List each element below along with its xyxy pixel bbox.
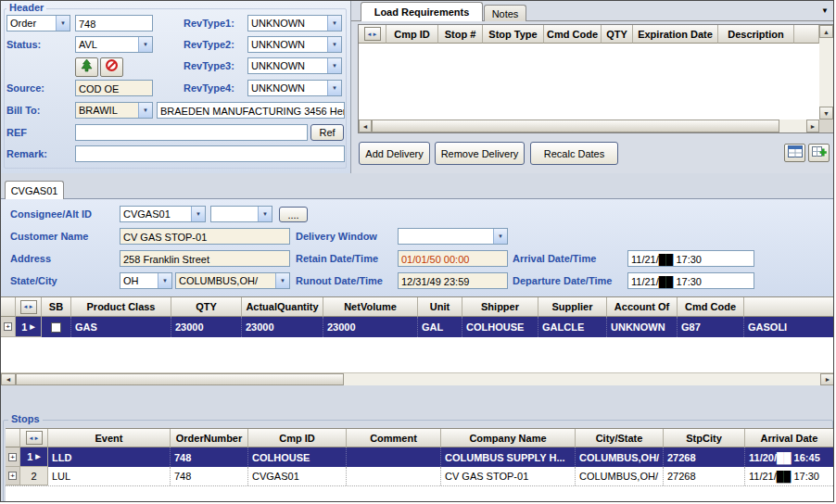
tab-list-button[interactable]: ▼ [821,6,829,15]
city-combo[interactable]: COLUMBUS,OH/ ▼ [175,272,290,289]
cell-actual-quantity[interactable]: 23000 [242,317,323,337]
cell-comment[interactable] [347,447,441,467]
tab-load-requirements[interactable]: Load Requirements [361,2,483,21]
recalc-dates-button[interactable]: Recalc Dates [530,142,618,165]
scroll-right-button[interactable]: ► [806,120,819,132]
cell-cmp-id[interactable]: COLHOUSE [248,447,347,467]
col-stp-city[interactable]: StpCity [664,429,745,447]
add-delivery-button[interactable]: Add Delivery [359,142,430,165]
col-qty[interactable]: QTY [602,25,633,44]
cell-stp-city[interactable]: 27268 [664,467,745,485]
cell-city-state[interactable]: COLUMBUS,OH/ [576,467,664,485]
delivery-window-combo[interactable]: ▼ [398,228,508,245]
tab-consignee[interactable]: CVGAS01 [5,181,64,199]
scroll-thumb[interactable] [16,373,344,385]
stops-row-1[interactable]: + 1 ▶ LLD 748 COLHOUSE COLUMBUS SUPPLY H… [6,447,833,467]
scroll-right-button[interactable]: ► [820,373,834,385]
load-requirements-hscrollbar[interactable]: ◄ ► [359,120,819,132]
scroll-left-button[interactable]: ◄ [1,373,16,385]
sb-checkbox[interactable] [51,322,61,333]
status-combo[interactable]: AVL ▼ [75,36,153,53]
row-expander-cell[interactable]: + [6,447,20,467]
scroll-left-button[interactable]: ◄ [359,120,372,132]
order-number-input[interactable]: 748 [75,15,153,32]
col-order-number[interactable]: OrderNumber [171,429,248,447]
col-comment[interactable]: Comment [347,429,441,447]
cell-event[interactable]: LUL [48,467,171,485]
tab-notes[interactable]: Notes [484,5,526,21]
departure-date-field[interactable]: 11/21/██ 17:30 [627,272,754,289]
col-cmp-id[interactable]: Cmp ID [386,25,438,44]
col-supplier[interactable]: Supplier [538,297,607,317]
col-cmp-id[interactable]: Cmp ID [248,429,347,447]
add-row-button[interactable] [808,144,830,162]
row-number-cell[interactable]: 2 [20,467,48,485]
expand-icon[interactable]: + [8,472,17,480]
revtype1-combo[interactable]: UNKNOWN ▼ [247,15,342,32]
revtype2-combo[interactable]: UNKNOWN ▼ [247,36,342,53]
cell-comment[interactable] [347,467,441,485]
col-arrival-date[interactable]: Arrival Date [745,429,833,447]
col-expiration-date[interactable]: Expiration Date [633,25,718,44]
cell-order-number[interactable]: 748 [171,467,248,485]
col-actual-quantity[interactable]: ActualQuantity [242,297,323,317]
expand-icon[interactable]: + [4,322,12,331]
stops-field-chooser-button[interactable]: ◄► [20,429,48,447]
scroll-up-button[interactable]: ▲ [819,25,833,38]
col-unit[interactable]: Unit [418,297,462,317]
billto-name-field[interactable]: BRAEDEN MANUFACTURING 3456 Her [157,102,345,119]
col-shipper[interactable]: Shipper [462,297,538,317]
cell-cmd-code[interactable]: G87 [678,317,744,337]
cell-stp-city[interactable]: 27268 [664,447,745,467]
tree-view-button[interactable] [75,57,98,77]
col-cmd-code[interactable]: Cmd Code [678,297,744,317]
grid-view-button[interactable] [784,144,805,162]
cancel-order-button[interactable] [100,57,123,77]
cell-arrival-date[interactable]: 11/20/██ 16:45 [745,447,833,467]
sb-checkbox-cell[interactable] [42,317,71,337]
cell-arrival-date[interactable]: 11/21/██ 17:30 [745,467,833,485]
ref-button[interactable]: Ref [310,124,344,141]
cell-order-number[interactable]: 748 [171,447,248,467]
col-city-state[interactable]: City/State [576,429,664,447]
products-grid-body[interactable] [1,337,834,372]
cell-extra[interactable]: GASOLI [744,317,834,337]
field-chooser-button[interactable]: ◄► [359,25,386,44]
billto-combo[interactable]: BRAWIL ▼ [75,102,153,119]
remove-delivery-button[interactable]: Remove Delivery [435,142,525,165]
cell-qty[interactable]: 23000 [171,317,242,337]
col-product-class[interactable]: Product Class [71,297,171,317]
cell-shipper[interactable]: COLHOUSE [462,317,538,337]
cell-event[interactable]: LLD [48,447,171,467]
stops-grid-body[interactable] [6,486,833,502]
col-cmd-code[interactable]: Cmd Code [544,25,602,44]
lookup-button[interactable]: .... [279,207,308,222]
expand-icon[interactable]: + [8,453,17,461]
products-field-chooser-button[interactable]: ◄► [16,297,42,317]
arrival-date-field[interactable]: 11/21/██ 17:30 [627,250,754,267]
load-requirements-grid-body[interactable] [359,44,819,120]
col-company-name[interactable]: Company Name [441,429,576,447]
col-net-volume[interactable]: NetVolume [323,297,418,317]
cell-cmp-id[interactable]: CVGAS01 [248,467,347,485]
ref-input[interactable] [75,124,308,141]
row-expander-cell[interactable]: + [1,317,16,337]
col-event[interactable]: Event [48,429,171,447]
cell-city-state[interactable]: COLUMBUS,OH/ [576,447,664,467]
col-account-of[interactable]: Account Of [607,297,678,317]
cell-company-name[interactable]: COLUMBUS SUPPLY H... [441,447,576,467]
row-number-cell[interactable]: 1 ▶ [16,317,42,337]
state-combo[interactable]: OH ▼ [120,272,172,289]
stops-row-2[interactable]: + 2 LUL 748 CVGAS01 CV GAS STOP-01 COLUM… [6,467,833,486]
products-row-1[interactable]: + 1 ▶ GAS 23000 23000 23000 GAL COLHOUSE… [1,317,834,337]
cell-unit[interactable]: GAL [418,317,462,337]
col-stop-num[interactable]: Stop # [438,25,483,44]
load-requirements-vscrollbar[interactable]: ▲ ▼ [819,25,833,120]
consignee-id-combo[interactable]: CVGAS01 ▼ [120,206,206,222]
revtype3-combo[interactable]: UNKNOWN ▼ [247,57,342,74]
alt-id-combo[interactable]: ▼ [210,206,272,222]
remark-input[interactable] [75,145,345,162]
col-stop-type[interactable]: Stop Type [483,25,544,44]
scroll-down-button[interactable]: ▼ [819,107,833,120]
row-expander-cell[interactable]: + [6,467,20,485]
